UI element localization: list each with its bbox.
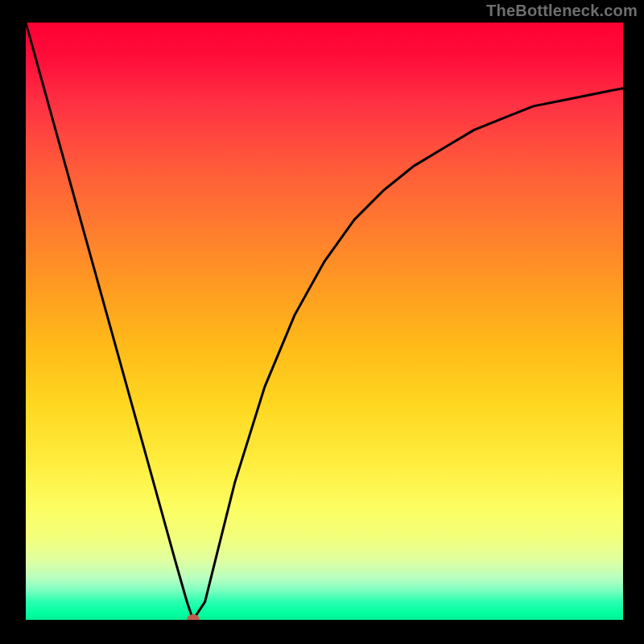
- curve-layer: [26, 23, 623, 620]
- bottleneck-curve: [26, 23, 623, 620]
- minimum-marker: [187, 614, 200, 620]
- watermark-text: TheBottleneck.com: [486, 2, 638, 20]
- plot-area: [26, 23, 623, 620]
- chart-frame: TheBottleneck.com: [0, 0, 644, 644]
